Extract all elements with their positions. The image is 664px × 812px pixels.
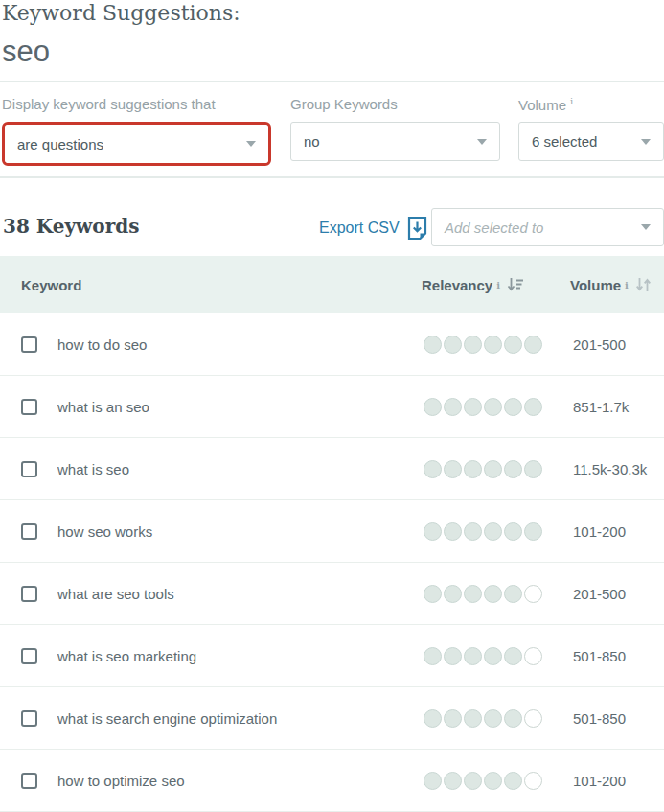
volume-cell: 101-200 bbox=[570, 773, 664, 789]
relevancy-dot bbox=[524, 398, 542, 416]
relevancy-dot bbox=[484, 398, 502, 416]
keyword-label: how to optimize seo bbox=[57, 773, 185, 789]
relevancy-dot bbox=[424, 398, 442, 416]
keyword-label: what is seo marketing bbox=[57, 648, 196, 664]
relevancy-dot bbox=[424, 460, 442, 478]
keyword-label: what is seo bbox=[57, 461, 129, 477]
chevron-down-icon bbox=[246, 141, 256, 147]
sort-up-down-icon[interactable] bbox=[635, 277, 652, 292]
volume-value: 201-500 bbox=[570, 336, 626, 353]
keyword-label: what is search engine optimization bbox=[57, 710, 277, 727]
table-header-row: Keyword Relevancyi Volumei bbox=[0, 256, 664, 313]
relevancy-dot bbox=[464, 336, 482, 354]
relevancy-dot bbox=[504, 772, 522, 790]
row-checkbox[interactable] bbox=[21, 336, 37, 353]
row-checkbox[interactable] bbox=[21, 648, 37, 664]
row-checkbox[interactable] bbox=[21, 710, 37, 727]
row-checkbox[interactable] bbox=[21, 773, 37, 789]
download-document-icon bbox=[407, 216, 427, 241]
volume-select[interactable]: 6 selected bbox=[518, 122, 664, 161]
volume-select-value: 6 selected bbox=[532, 133, 597, 150]
relevancy-dot bbox=[524, 709, 542, 728]
relevancy-dot bbox=[444, 398, 462, 416]
relevancy-dot bbox=[524, 647, 542, 665]
chevron-down-icon bbox=[477, 139, 487, 145]
volume-value: 101-200 bbox=[570, 773, 626, 789]
group-keywords-label: Group Keywords bbox=[290, 96, 500, 113]
relevancy-dot bbox=[484, 772, 502, 790]
keyword-label: what are seo tools bbox=[57, 586, 174, 602]
relevancy-dot bbox=[504, 647, 522, 665]
keyword-cell: how to optimize seo bbox=[0, 773, 422, 789]
table-row: what are seo tools 201-500 bbox=[0, 563, 664, 625]
relevancy-dots bbox=[424, 585, 542, 603]
header-relevancy-label: Relevancy bbox=[422, 277, 492, 293]
info-icon[interactable]: i bbox=[625, 280, 629, 290]
keyword-cell: what is search engine optimization bbox=[0, 710, 422, 727]
relevancy-dot bbox=[444, 460, 462, 478]
keyword-cell: what is seo bbox=[0, 461, 422, 477]
volume-cell: 501-850 bbox=[570, 710, 664, 727]
relevancy-dot bbox=[444, 585, 462, 603]
display-suggestions-select[interactable]: are questions bbox=[5, 125, 268, 163]
row-checkbox[interactable] bbox=[21, 523, 37, 540]
relevancy-dot bbox=[484, 336, 502, 354]
relevancy-dots bbox=[424, 398, 542, 416]
relevancy-dot bbox=[524, 772, 542, 790]
volume-filter-label: Volumei bbox=[518, 96, 664, 113]
relevancy-dot bbox=[424, 522, 442, 541]
keyword-cell: how seo works bbox=[0, 523, 422, 540]
relevancy-dot bbox=[444, 772, 462, 790]
relevancy-cell bbox=[422, 709, 570, 728]
relevancy-dot bbox=[444, 522, 462, 541]
relevancy-dot bbox=[504, 460, 522, 478]
relevancy-dot bbox=[424, 772, 442, 790]
relevancy-dot bbox=[444, 336, 462, 354]
relevancy-dot bbox=[424, 336, 442, 354]
keyword-cell: what is an seo bbox=[0, 399, 422, 415]
relevancy-dot bbox=[504, 398, 522, 416]
export-csv-link[interactable]: Export CSV bbox=[319, 216, 427, 241]
volume-cell: 11.5k-30.3k bbox=[570, 461, 664, 477]
add-selected-placeholder: Add selected to bbox=[445, 220, 543, 236]
relevancy-cell bbox=[422, 460, 570, 478]
relevancy-dot bbox=[464, 460, 482, 478]
relevancy-cell bbox=[422, 336, 570, 354]
info-icon[interactable]: i bbox=[570, 96, 573, 106]
table-row: what is search engine optimization 501-8… bbox=[0, 687, 664, 750]
keyword-cell: what is seo marketing bbox=[0, 648, 422, 664]
relevancy-cell bbox=[422, 398, 570, 416]
info-icon[interactable]: i bbox=[496, 280, 500, 290]
relevancy-dot bbox=[504, 585, 522, 603]
chevron-down-icon bbox=[641, 139, 651, 145]
filters-divider bbox=[0, 176, 664, 178]
relevancy-dot bbox=[484, 647, 502, 665]
chevron-down-icon bbox=[641, 224, 651, 230]
volume-cell: 501-850 bbox=[570, 648, 664, 664]
volume-value: 501-850 bbox=[570, 648, 626, 664]
relevancy-dot bbox=[464, 772, 482, 790]
relevancy-dot bbox=[524, 585, 542, 603]
export-csv-label: Export CSV bbox=[319, 220, 400, 237]
relevancy-dots bbox=[424, 647, 542, 665]
keyword-cell: what are seo tools bbox=[0, 586, 422, 602]
relevancy-dot bbox=[464, 585, 482, 603]
table-row: how seo works 101-200 bbox=[0, 500, 664, 563]
relevancy-dot bbox=[504, 522, 522, 541]
relevancy-dot bbox=[424, 585, 442, 603]
row-checkbox[interactable] bbox=[21, 399, 37, 415]
keyword-label: how seo works bbox=[57, 523, 152, 540]
row-checkbox[interactable] bbox=[21, 586, 37, 602]
filter-group-keywords: Group Keywords no bbox=[290, 96, 500, 161]
row-checkbox[interactable] bbox=[21, 461, 37, 477]
relevancy-dots bbox=[424, 336, 542, 354]
relevancy-dots bbox=[424, 460, 542, 478]
relevancy-dot bbox=[464, 709, 482, 728]
sort-descending-icon[interactable] bbox=[507, 277, 524, 292]
display-suggestions-value: are questions bbox=[17, 136, 103, 152]
group-keywords-select[interactable]: no bbox=[290, 122, 500, 161]
highlight-ring: are questions bbox=[2, 122, 271, 166]
table-row: how to optimize seo 101-200 bbox=[0, 750, 664, 812]
add-selected-dropdown[interactable]: Add selected to bbox=[431, 208, 664, 246]
header-relevancy: Relevancyi bbox=[422, 277, 570, 293]
